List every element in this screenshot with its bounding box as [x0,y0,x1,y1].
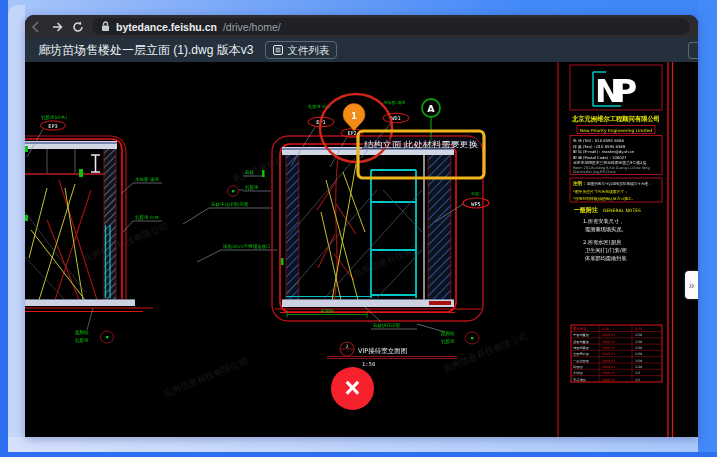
close-preview-button[interactable]: × [331,367,374,410]
middle-floor-band [282,300,454,307]
svg-text:杭州信息科技有限公司: 杭州信息科技有限公司 [162,356,249,399]
svg-text:立面索引图: 立面索引图 [573,352,589,356]
svg-text:2: 2 [346,344,349,349]
left-skirting-label: 踢脚线 乳胶漆 [75,308,114,343]
svg-text:WP5: WP5 [471,201,480,207]
svg-text:石材: 石材 [245,169,255,176]
reload-icon [72,21,84,33]
svg-text:1:50: 1:50 [635,359,642,363]
company-name-cn: 北京元洲维尔工程顾问有限公司 [571,115,660,123]
file-list-icon [273,45,283,55]
svg-text:大样图: 大样图 [573,371,583,375]
svg-text:图纸内容: 图纸内容 [573,327,587,331]
comment-pin[interactable]: 1 [343,104,365,132]
svg-text:一般附注: 一般附注 [574,206,598,214]
svg-text:地面铺装图: 地面铺装图 [572,346,589,350]
contact-info: 电 话 (Tel)：010 6595 8388 传 真 (Fax)：010 65… [570,136,662,175]
svg-text:比例: 比例 [635,327,642,331]
svg-text:石材: 石材 [471,191,479,197]
desktop-edge-bottom [0,452,717,457]
svg-text:踢脚线: 踢脚线 [441,330,455,336]
window-halo-left [8,5,25,452]
desktop-edge-right [698,0,717,457]
middle-hatch-left [286,155,299,300]
url-path: /drive/home/ [223,21,281,33]
company-logo: NP [593,72,637,110]
svg-text:VIP接待室立面图: VIP接待室立面图 [358,347,407,355]
steel-beam-symbol [91,155,100,172]
svg-text:1:20: 1:20 [635,365,642,369]
svg-text:1:50: 1:50 [362,361,375,367]
svg-text:2009.03: 2009.03 [602,346,615,350]
reload-button[interactable] [71,20,85,34]
svg-text:杭州信息科技有限公司: 杭州信息科技有限公司 [352,236,439,279]
svg-text:2009.03: 2009.03 [602,340,615,344]
middle-cyan-shelf-frame [371,170,416,298]
document-header-bar: 廊坊苗场售楼处一层立面 (1).dwg 版本v3 文件列表 [25,38,698,62]
url-host: bytedance.feishu.cn [116,21,217,33]
comment-pin-number: 1 [351,112,357,121]
svg-text:2009.03: 2009.03 [602,352,615,356]
file-list-button[interactable]: 文件列表 [265,41,337,59]
svg-text:体底部均需做封底: 体底部均需做封底 [584,255,627,262]
titlebar-edge-button[interactable] [688,42,698,59]
svg-text:2009.03: 2009.03 [602,378,615,382]
svg-text:一层立面图: 一层立面图 [573,359,589,363]
svg-text:2009.03: 2009.03 [602,365,615,369]
close-icon: × [345,375,361,402]
svg-text:乳胶漆(白色): 乳胶漆(白色) [41,114,67,120]
between-spec-labels: 木饰面 清漆 乳胶漆 白色 石材 乳胶漆 石材干挂详图/见图 墙角3mm不锈钢条… [122,169,277,262]
svg-text:石材拼花详图: 石材拼花详图 [373,322,400,329]
svg-text:乳胶漆 白色: 乳胶漆 白色 [135,214,159,220]
svg-text:1.所有安装尺寸，: 1.所有安装尺寸， [583,218,624,224]
url-bar[interactable]: bytedance.feishu.cn/drive/home/ [92,18,690,35]
svg-text:石材干挂详图/见图: 石材干挂详图/见图 [211,201,249,208]
left-ceiling-band [25,141,117,149]
forward-arrow-icon [51,21,63,33]
svg-text:乳胶漆: 乳胶漆 [441,338,455,344]
svg-text:杭州信息科技有限公司: 杭州信息科技有限公司 [442,331,529,374]
svg-text:木饰面 清漆: 木饰面 清漆 [383,100,405,105]
browser-chrome: bytedance.feishu.cn/drive/home/ [25,15,698,38]
middle-branch-decor-yellow [321,164,365,300]
back-button[interactable] [29,20,43,34]
svg-text:顶面布置图: 顶面布置图 [573,340,589,344]
document-title: 廊坊苗场售楼处一层立面 (1).dwg 版本v3 [38,42,253,59]
svg-text:1:50: 1:50 [635,352,642,356]
svg-text:2.所有水区(厨房: 2.所有水区(厨房 [583,239,621,245]
svg-text:邮 编 (Postal Code)：100027: 邮 编 (Postal Code)：100027 [573,155,627,160]
left-branch-decor-red [47,180,97,300]
svg-text:本图所有尺寸以现场实际放线尺寸为准；: 本图所有尺寸以现场实际放线尺寸为准； [587,181,652,186]
svg-text:传 真 (Fax)：010 6595 8389: 传 真 (Fax)：010 6595 8389 [573,144,626,149]
forward-button[interactable] [50,20,64,34]
lock-icon [101,21,110,32]
comment-note-text: 结构立面 此处材料需要更换 [364,140,478,149]
title-block: NP 北京元洲维尔工程顾问有限公司 New Priority Engineeri… [558,62,673,437]
svg-text:NP: NP [595,72,637,110]
svg-text:日期: 日期 [602,327,609,331]
sidebar-expand-button[interactable]: » [685,271,698,299]
file-list-button-label: 文件列表 [287,45,329,56]
window-halo-bottom [8,437,698,452]
svg-text:*所有材料样板须经确认后方可施工。: *所有材料样板须经确认后方可施工。 [573,196,636,201]
svg-text:1:50: 1:50 [635,346,642,350]
svg-text:1:5: 1:5 [635,378,640,382]
svg-text:电 话 (Tel)：010 6595 8388: 电 话 (Tel)：010 6595 8388 [573,138,624,143]
svg-text:WD1: WD1 [391,115,400,121]
svg-text:4200: 4200 [320,308,333,314]
svg-text:2009.03: 2009.03 [602,359,615,363]
desktop-edge-left [0,0,8,457]
svg-text:注明：: 注明： [572,180,587,187]
svg-text:北京市朝阳区东三环北路霞光里乙9号楼2层: 北京市朝阳区东三环北路霞光里乙9号楼2层 [573,160,646,165]
svg-text:EP3: EP3 [48,123,57,129]
dwg-canvas[interactable]: 杭州信息科技有限公司 杭州信息科技有限公司 杭州信息科技有限公司 杭州信息科技有… [25,62,698,437]
svg-text:平面布置图: 平面布置图 [573,333,589,337]
svg-text:A: A [427,103,435,114]
revision-table: 图纸内容 日期 比例 平面布置图2009.031:50 顶面布置图2009.03… [571,325,662,382]
left-floor-band [25,300,135,306]
svg-text:District,Bei Jing,P.R.China: District,Bei Jing,P.R.China [573,170,616,174]
svg-text:2009.03: 2009.03 [602,371,615,375]
browser-window: bytedance.feishu.cn/drive/home/ 廊坊苗场售楼处一… [25,15,698,437]
svg-text:需测量现场实况。: 需测量现场实况。 [585,226,627,233]
svg-text:1:50: 1:50 [635,333,642,337]
